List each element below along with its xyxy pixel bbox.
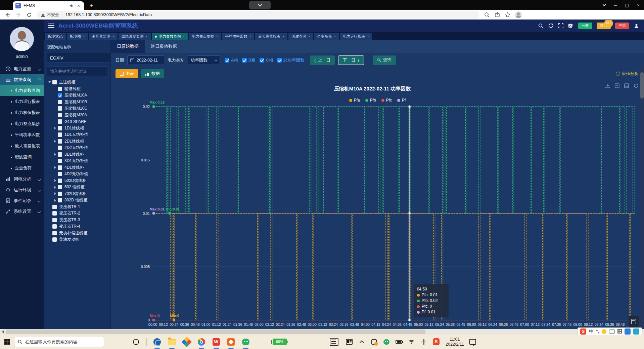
profile-icon[interactable] <box>515 11 522 18</box>
tree-checkbox[interactable] <box>58 159 62 163</box>
wechat-icon[interactable] <box>241 338 250 346</box>
tree-node[interactable]: 702D馈线柜 <box>47 191 107 197</box>
tree-checkbox[interactable] <box>58 93 62 98</box>
widgets-icon[interactable] <box>346 339 353 345</box>
media-dropdown-button[interactable] <box>249 1 271 9</box>
keyboard-icon[interactable] <box>609 329 615 334</box>
open-app-window-icon[interactable] <box>330 338 338 346</box>
tree-checkbox[interactable] <box>58 165 62 170</box>
tree-node[interactable]: 压缩机M10B <box>47 99 107 106</box>
tree-checkbox[interactable] <box>58 113 62 117</box>
tree-node[interactable]: 柴油发动机 <box>47 236 107 243</box>
sidebar-item-1[interactable]: 电力监测 <box>0 64 44 74</box>
zoom-icon[interactable] <box>484 12 490 18</box>
sidebar-subitem[interactable]: 电力极值报表 <box>0 107 44 118</box>
tree-checkbox[interactable] <box>52 218 57 222</box>
security-label[interactable]: 不安全 <box>47 12 59 18</box>
teal-tile-icon[interactable] <box>633 328 639 335</box>
send-icon[interactable] <box>494 12 500 18</box>
station-input[interactable] <box>47 53 111 63</box>
vertical-scrollbar[interactable] <box>640 66 644 349</box>
subtab[interactable]: 日原始数据 <box>111 40 145 53</box>
sidebar-subitem[interactable]: 谐波查询 <box>0 152 44 163</box>
new-tab-button[interactable]: + <box>88 2 95 9</box>
tree-checkbox[interactable] <box>52 80 57 84</box>
tree-expand-arrow[interactable] <box>53 179 57 182</box>
ime-status-box[interactable] <box>629 316 639 327</box>
tab-close-icon[interactable]: × <box>183 33 185 40</box>
tab-close-icon[interactable]: × <box>367 33 369 40</box>
tree-node[interactable]: 802D 馈线柜 <box>47 197 107 204</box>
tree-expand-arrow[interactable] <box>53 127 57 129</box>
phase-checkbox[interactable]: C相 <box>260 57 273 63</box>
page-tab[interactable]: 平均功率因数× <box>222 33 254 40</box>
data-view-button[interactable]: 数据 <box>141 69 164 78</box>
tab-close-icon[interactable]: × <box>282 33 284 40</box>
tree-checkbox[interactable] <box>58 192 62 196</box>
tree-checkbox[interactable] <box>52 224 57 229</box>
tree-node[interactable]: 压缩机M10A <box>47 92 107 99</box>
page-tab[interactable]: 电力整点集抄× <box>189 33 221 40</box>
orange-app-icon[interactable] <box>227 338 235 346</box>
max-analysis-link[interactable]: i最值分析 <box>616 71 639 77</box>
tree-node[interactable]: 压缩机M10G <box>47 105 107 112</box>
prev-day-button[interactable]: ⟨ 上一日 <box>310 55 335 65</box>
tree-node[interactable]: 辅进线柜 <box>47 86 107 92</box>
bookmark-star-icon[interactable] <box>505 12 511 18</box>
menu-icon[interactable] <box>48 24 54 28</box>
windows-start-icon[interactable] <box>4 339 10 345</box>
tree-checkbox[interactable] <box>58 139 62 144</box>
tree-checkbox[interactable] <box>58 179 62 183</box>
tree-checkbox[interactable] <box>58 100 62 104</box>
pinwheel-app-icon[interactable] <box>182 338 191 346</box>
tree-node[interactable]: 4D2无功补偿 <box>47 171 107 178</box>
phase-checkbox[interactable]: A相 <box>225 57 238 63</box>
reload-icon[interactable] <box>26 12 32 18</box>
tree-node[interactable]: 变压器TR-1 <box>47 204 107 210</box>
url-omnibox[interactable]: 不安全 192.168.1.100:8090/3000WEBV2/Electri… <box>37 11 479 18</box>
smiley-icon[interactable] <box>602 329 606 334</box>
tree-checkbox[interactable] <box>58 172 62 176</box>
cortana-ring-icon[interactable] <box>132 338 140 346</box>
vertical-scroll-thumb[interactable] <box>640 72 644 99</box>
horizontal-scroll-thumb[interactable] <box>6 329 425 334</box>
query-button[interactable]: 查询 <box>373 55 396 65</box>
page-tab[interactable]: 变压器监测× <box>89 33 118 40</box>
scroll-left-arrow[interactable] <box>0 329 6 335</box>
date-input[interactable]: 2022-02-11 <box>127 55 164 65</box>
page-tab[interactable]: 电力参数查询× <box>152 33 188 40</box>
search-icon[interactable] <box>538 23 544 29</box>
back-icon[interactable] <box>5 12 11 18</box>
tree-node[interactable]: 2D1馈线柜 <box>47 138 107 145</box>
sidebar-item-6[interactable]: 系统设置 <box>0 206 44 217</box>
url-text[interactable]: 192.168.1.100:8090/3000WEBV2/ElectricDat… <box>65 12 152 17</box>
sidebar-subitem[interactable]: 电力运行报表 <box>0 96 44 107</box>
sidebar-subitem[interactable]: 企业负荷 <box>0 163 44 174</box>
sidebar-subitem[interactable]: 最大需量报表 <box>0 141 44 152</box>
tab-close-icon[interactable]: × <box>83 33 85 40</box>
translate-icon[interactable]: Az <box>568 23 574 29</box>
tree-expand-arrow[interactable] <box>53 192 57 195</box>
maximize-button[interactable]: ▢ <box>621 0 633 10</box>
tree-node[interactable]: 主进线柜 <box>47 79 107 86</box>
tree-checkbox[interactable] <box>52 205 57 209</box>
warning-icon[interactable] <box>41 13 45 17</box>
tab-search-button[interactable] <box>598 0 610 10</box>
tree-node[interactable]: 4D1馈线柜 <box>47 164 107 171</box>
wifi-icon[interactable] <box>408 339 415 345</box>
page-tab[interactable]: 配电图× <box>67 33 88 40</box>
tree-expand-arrow[interactable] <box>53 186 57 189</box>
tree-node[interactable]: 无功补偿进线柜 <box>47 230 107 237</box>
tree-checkbox[interactable] <box>58 132 62 137</box>
tree-node[interactable]: 2D2无功补偿 <box>47 145 107 151</box>
wechat-tray-icon[interactable] <box>383 339 390 345</box>
sidebar-item-4[interactable]: 运行环境 <box>0 185 44 195</box>
sidebar-subitem[interactable]: 电力参数查询 <box>0 85 44 96</box>
tree-node[interactable]: 602 馈线柜 <box>47 184 107 191</box>
minimize-button[interactable]: ─ <box>610 0 621 10</box>
sogou-icon[interactable]: S <box>433 339 440 345</box>
sidebar-item-2[interactable]: 数据查询 <box>0 74 44 85</box>
tree-expand-arrow[interactable] <box>53 166 57 169</box>
tab-close-icon[interactable]: × <box>249 33 251 40</box>
tree-node[interactable]: 变压器TR-4 <box>47 223 107 230</box>
